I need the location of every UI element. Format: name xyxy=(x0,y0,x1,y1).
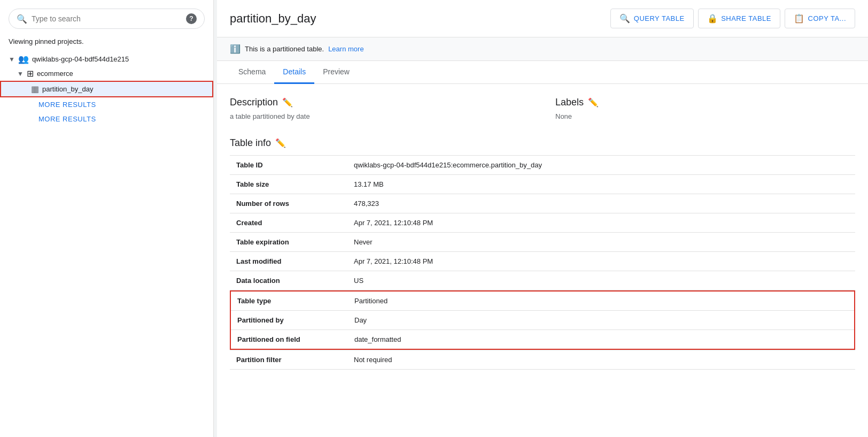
row-value: US xyxy=(347,271,855,290)
query-icon: 🔍 xyxy=(619,13,631,24)
query-label: QUERY TABLE xyxy=(634,14,685,22)
highlighted-rows-table: Table typePartitionedPartitioned byDayPa… xyxy=(230,290,855,350)
table-item[interactable]: ▦ partition_by_day xyxy=(0,81,213,97)
tabs: Schema Details Preview xyxy=(217,61,868,84)
highlighted-row: Partitioned on fielddate_formatted xyxy=(230,330,855,350)
row-value: Partitioned xyxy=(348,291,855,311)
share-table-button[interactable]: 🔒 SHARE TABLE xyxy=(698,9,780,28)
main-header: partition_by_day 🔍 QUERY TABLE 🔒 SHARE T… xyxy=(217,0,868,37)
row-key: Data location xyxy=(230,271,347,290)
partition-filter-value: Not required xyxy=(347,350,855,370)
table-info-row: Number of rows478,323 xyxy=(230,194,855,213)
description-section: Description ✏️ a table partitioned by da… xyxy=(230,97,530,120)
table-info-section: Table info ✏️ Table IDqwiklabs-gcp-04-bd… xyxy=(230,137,855,370)
labels-section: Labels ✏️ None xyxy=(555,97,855,120)
table-info-title: Table info xyxy=(230,137,271,149)
info-banner: ℹ️ This is a partitioned table. Learn mo… xyxy=(217,37,868,61)
learn-more-link[interactable]: Learn more xyxy=(328,45,363,53)
highlighted-row: Table typePartitioned xyxy=(230,291,855,311)
tab-schema[interactable]: Schema xyxy=(230,61,274,84)
copy-icon: 📋 xyxy=(794,13,805,24)
labels-value: None xyxy=(555,112,855,120)
sidebar: 🔍 ? Viewing pinned projects. ▼ 👥 qwiklab… xyxy=(0,0,214,437)
project-label: qwiklabs-gcp-04-bdf544d1e215 xyxy=(32,55,129,63)
row-key: Table type xyxy=(230,291,348,311)
main-content: partition_by_day 🔍 QUERY TABLE 🔒 SHARE T… xyxy=(217,0,868,437)
more-results-1[interactable]: MORE RESULTS xyxy=(0,97,213,112)
description-labels-row: Description ✏️ a table partitioned by da… xyxy=(230,97,855,120)
chevron-down-icon: ▼ xyxy=(17,70,24,78)
row-key: Partitioned on field xyxy=(230,330,348,350)
table-label: partition_by_day xyxy=(42,85,93,93)
table-info-row: Table size13.17 MB xyxy=(230,175,855,194)
tab-preview[interactable]: Preview xyxy=(314,61,358,84)
dataset-item[interactable]: ▼ ⊞ ecommerce xyxy=(0,66,213,81)
row-value: Apr 7, 2021, 12:10:48 PM xyxy=(347,252,855,271)
chevron-down-icon: ▼ xyxy=(9,56,15,63)
row-value: date_formatted xyxy=(348,330,855,350)
partition-filter-table: Partition filter Not required xyxy=(230,350,855,370)
row-key: Table size xyxy=(230,175,347,194)
copy-table-button[interactable]: 📋 COPY TA... xyxy=(785,9,855,28)
labels-title: Labels xyxy=(555,97,584,108)
table-info-row: Table IDqwiklabs-gcp-04-bdf544d1e215:eco… xyxy=(230,156,855,175)
table-info-edit-icon[interactable]: ✏️ xyxy=(275,138,286,148)
partition-filter-key: Partition filter xyxy=(230,350,347,370)
partition-filter-row: Partition filter Not required xyxy=(230,350,855,370)
search-bar[interactable]: 🔍 ? xyxy=(9,9,205,29)
row-value: Day xyxy=(348,311,855,330)
row-key: Created xyxy=(230,213,347,233)
table-info-row: CreatedApr 7, 2021, 12:10:48 PM xyxy=(230,213,855,233)
labels-heading: Labels ✏️ xyxy=(555,97,855,108)
search-input[interactable] xyxy=(32,14,182,23)
dataset-label: ecommerce xyxy=(37,70,73,78)
info-icon: ℹ️ xyxy=(230,44,241,54)
table-info-row: Last modifiedApr 7, 2021, 12:10:48 PM xyxy=(230,252,855,271)
table-info-table: Table IDqwiklabs-gcp-04-bdf544d1e215:eco… xyxy=(230,155,855,290)
search-icon: 🔍 xyxy=(17,14,27,24)
row-key: Table ID xyxy=(230,156,347,175)
description-heading: Description ✏️ xyxy=(230,97,530,108)
table-info-row: Table expirationNever xyxy=(230,233,855,252)
table-info-row: Data locationUS xyxy=(230,271,855,290)
info-text: This is a partitioned table. xyxy=(245,45,324,53)
labels-edit-icon[interactable]: ✏️ xyxy=(588,97,599,108)
highlighted-row: Partitioned byDay xyxy=(230,311,855,330)
content-area: Description ✏️ a table partitioned by da… xyxy=(217,84,868,437)
row-key: Table expiration xyxy=(230,233,347,252)
project-item[interactable]: ▼ 👥 qwiklabs-gcp-04-bdf544d1e215 xyxy=(0,52,213,66)
description-value: a table partitioned by date xyxy=(230,112,530,120)
row-value: qwiklabs-gcp-04-bdf544d1e215:ecommerce.p… xyxy=(347,156,855,175)
query-table-button[interactable]: 🔍 QUERY TABLE xyxy=(610,9,693,28)
dataset-icon: ⊞ xyxy=(27,68,34,79)
viewing-pinned-text: Viewing pinned projects. xyxy=(0,37,213,52)
header-actions: 🔍 QUERY TABLE 🔒 SHARE TABLE 📋 COPY TA... xyxy=(610,9,855,37)
copy-label: COPY TA... xyxy=(808,14,846,22)
row-value: Apr 7, 2021, 12:10:48 PM xyxy=(347,213,855,233)
row-value: 478,323 xyxy=(347,194,855,213)
description-title: Description xyxy=(230,97,278,108)
share-icon: 🔒 xyxy=(707,13,718,24)
more-results-2[interactable]: MORE RESULTS xyxy=(0,112,213,126)
row-key: Number of rows xyxy=(230,194,347,213)
row-value: Never xyxy=(347,233,855,252)
row-value: 13.17 MB xyxy=(347,175,855,194)
people-icon: 👥 xyxy=(18,54,29,64)
row-key: Last modified xyxy=(230,252,347,271)
help-icon[interactable]: ? xyxy=(186,13,197,24)
share-label: SHARE TABLE xyxy=(721,14,771,22)
tab-details[interactable]: Details xyxy=(274,61,314,84)
page-title: partition_by_day xyxy=(230,12,610,34)
table-info-heading: Table info ✏️ xyxy=(230,137,855,149)
description-edit-icon[interactable]: ✏️ xyxy=(282,97,293,108)
row-key: Partitioned by xyxy=(230,311,348,330)
table-icon: ▦ xyxy=(31,84,39,94)
